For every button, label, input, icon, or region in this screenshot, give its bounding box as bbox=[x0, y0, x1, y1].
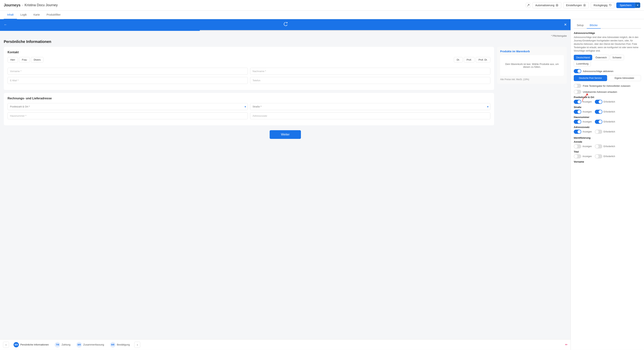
title-dr[interactable]: Dr. bbox=[454, 57, 463, 62]
plz-anzeigen-pair: Anzeigen bbox=[574, 100, 592, 104]
toggle-freie-row: Freie Texteingabe für Adressfelder zulas… bbox=[574, 84, 641, 88]
adresszusatz-erforderlich-label: Erforderlich bbox=[604, 130, 615, 133]
title-prof[interactable]: Prof. bbox=[464, 57, 474, 62]
toggle-adressvorschlaege[interactable] bbox=[574, 69, 581, 73]
panel-tab-blocks[interactable]: Blöcke bbox=[587, 22, 601, 28]
tab-inhalt[interactable]: Inhalt bbox=[4, 10, 17, 19]
address-section: Rechnungs- und Lieferadresse ▾ ▾ bbox=[4, 93, 494, 125]
telefon-input[interactable] bbox=[250, 77, 490, 84]
content-area: ← ✕ * Pflichteingabe Persönliche Informa… bbox=[0, 19, 570, 350]
adresszusatz-anzeigen-toggle[interactable] bbox=[574, 130, 581, 134]
titel-erforderlich-label: Erforderlich bbox=[604, 155, 615, 158]
hausnummer-anzeigen-toggle[interactable] bbox=[574, 120, 581, 124]
strasse-anzeigen-pair: Anzeigen bbox=[574, 110, 592, 114]
anrede-anzeigen-toggle[interactable] bbox=[574, 144, 581, 148]
journeys-link[interactable]: Journeys bbox=[4, 3, 20, 7]
country-luxemburg[interactable]: Luxemburg bbox=[574, 61, 591, 66]
step-7[interactable]: 7/9 Zahlung bbox=[52, 342, 74, 347]
close-icon[interactable]: ✕ bbox=[564, 22, 567, 27]
edit-button[interactable]: ✏ bbox=[565, 343, 568, 347]
next-step-button[interactable]: › bbox=[134, 342, 140, 348]
toggle-freie-label: Freie Texteingabe für Adressfelder zulas… bbox=[583, 84, 630, 87]
step-7-label: Zahlung bbox=[62, 343, 70, 346]
plz-erforderlich-label: Erforderlich bbox=[604, 100, 615, 103]
nav-right: Automatisierung Einstellungen Rückgängig… bbox=[526, 2, 640, 8]
plz-input[interactable] bbox=[8, 103, 248, 110]
adressvorschlaege-title: Adressvorschläge bbox=[574, 32, 641, 34]
hausnummer-input[interactable] bbox=[8, 112, 248, 119]
anrede-herr[interactable]: Herr bbox=[8, 57, 18, 62]
anrede-erforderlich-pair: Erforderlich bbox=[595, 144, 615, 148]
strasse-input[interactable] bbox=[250, 103, 490, 110]
service-deutsche-post[interactable]: Deutsche Post Service bbox=[574, 75, 607, 81]
weiter-button[interactable]: Weiter bbox=[270, 130, 301, 139]
step-6[interactable]: 6/9 Persönliche Informationen bbox=[10, 342, 52, 347]
form-scroll-area: * Pflichteingabe Persönliche Information… bbox=[0, 31, 570, 339]
nav-left: Journeys › Kristina Docu Journey bbox=[4, 3, 58, 7]
adresszusatz-erforderlich-toggle[interactable] bbox=[595, 130, 602, 134]
tab-logik[interactable]: Logik bbox=[17, 10, 30, 19]
hausnummer-settings-label: Hausnummer bbox=[574, 116, 641, 119]
anrede-frau[interactable]: Frau bbox=[19, 57, 30, 62]
top-navigation: Journeys › Kristina Docu Journey Automat… bbox=[0, 0, 644, 10]
refresh-icon[interactable] bbox=[283, 21, 288, 28]
country-schweiz[interactable]: Schweiz bbox=[610, 55, 624, 60]
titel-controls: Anzeigen Erforderlich bbox=[574, 154, 641, 158]
nachname-input[interactable] bbox=[250, 68, 490, 75]
toggle-adressvorschlaege-row: Adressvorschläge aktivieren bbox=[574, 69, 641, 73]
tab-produktfilter[interactable]: Produktfilter bbox=[43, 10, 64, 19]
adressvorschlaege-desc: Adressvorschläge sind über eine Adressda… bbox=[574, 35, 641, 52]
anrede-divers[interactable]: Divers bbox=[31, 57, 44, 62]
automation-button[interactable]: Automatisierung bbox=[532, 2, 561, 8]
hausnummer-anzeigen-pair: Anzeigen bbox=[574, 120, 592, 124]
email-input[interactable] bbox=[8, 77, 248, 84]
plz-row: ▾ ▾ bbox=[8, 103, 490, 110]
title-group: Dr. Prof. Prof. Dr. bbox=[454, 57, 490, 62]
adresszusatz-anzeigen-pair: Anzeigen bbox=[574, 130, 592, 134]
country-oesterreich[interactable]: Österreich bbox=[593, 55, 609, 60]
save-dropdown-arrow[interactable]: ▾ bbox=[635, 2, 640, 8]
step-6-label: Persönliche Informationen bbox=[20, 343, 49, 346]
adresszusatz-input[interactable] bbox=[250, 112, 490, 119]
back-button[interactable]: ← bbox=[4, 23, 7, 27]
titel-anzeigen-toggle[interactable] bbox=[574, 154, 581, 158]
external-link-icon[interactable] bbox=[526, 3, 531, 8]
prev-step-button[interactable]: ‹ bbox=[3, 342, 9, 348]
panel-tab-setup[interactable]: Setup bbox=[574, 22, 587, 28]
step-9-label: Bestätigung bbox=[117, 343, 130, 346]
page-title: Kristina Docu Journey bbox=[24, 3, 58, 7]
haus-row bbox=[8, 112, 490, 119]
settings-button[interactable]: Einstellungen bbox=[563, 2, 589, 8]
anrede-anzeigen-label: Anzeigen bbox=[582, 145, 592, 148]
toggle-freie[interactable] bbox=[574, 84, 581, 88]
step-8[interactable]: 8/9 Zusammenfassung bbox=[74, 342, 107, 347]
name-row bbox=[8, 68, 490, 75]
plz-erforderlich-toggle[interactable] bbox=[595, 100, 602, 104]
step-7-badge: 7/9 bbox=[55, 342, 60, 347]
strasse-settings-label: Straße bbox=[574, 106, 641, 109]
main-layout: ← ✕ * Pflichteingabe Persönliche Informa… bbox=[0, 19, 644, 350]
step-9-badge: 9/9 bbox=[110, 342, 116, 347]
journey-header: ← ✕ bbox=[0, 19, 570, 30]
anrede-erforderlich-toggle[interactable] bbox=[595, 144, 602, 148]
step-9[interactable]: 9/9 Bestätigung bbox=[107, 342, 133, 347]
hausnummer-erforderlich-toggle[interactable] bbox=[595, 120, 602, 124]
plz-anzeigen-toggle[interactable] bbox=[574, 100, 581, 104]
strasse-anzeigen-toggle[interactable] bbox=[574, 110, 581, 114]
country-deutschland[interactable]: Deutschland bbox=[574, 55, 592, 60]
save-button[interactable]: Speichern bbox=[616, 2, 635, 8]
tab-karte[interactable]: Karte bbox=[30, 10, 43, 19]
bottom-nav-right: ✏ bbox=[565, 343, 568, 347]
service-eigene-adressdatei[interactable]: Eigene Adressdatei bbox=[608, 75, 641, 81]
undo-button[interactable]: Rückgängig bbox=[591, 2, 614, 8]
strasse-controls: Anzeigen Erforderlich bbox=[574, 110, 641, 114]
strasse-erforderlich-toggle[interactable] bbox=[595, 110, 602, 114]
title-prof-dr[interactable]: Prof. Dr. bbox=[476, 57, 490, 62]
vorname-input[interactable] bbox=[8, 68, 248, 75]
products-note: Alle Preise inkl. MwSt. (19%) bbox=[500, 78, 564, 81]
service-buttons: Deutsche Post Service Eigene Adressdatei bbox=[574, 75, 641, 81]
toggle-unbekannte[interactable] bbox=[574, 90, 581, 94]
titel-anzeigen-label: Anzeigen bbox=[582, 155, 592, 158]
kontakt-section: Kontakt Herr Frau Divers Dr. Prof. Prof.… bbox=[4, 47, 494, 90]
titel-erforderlich-toggle[interactable] bbox=[595, 154, 602, 158]
